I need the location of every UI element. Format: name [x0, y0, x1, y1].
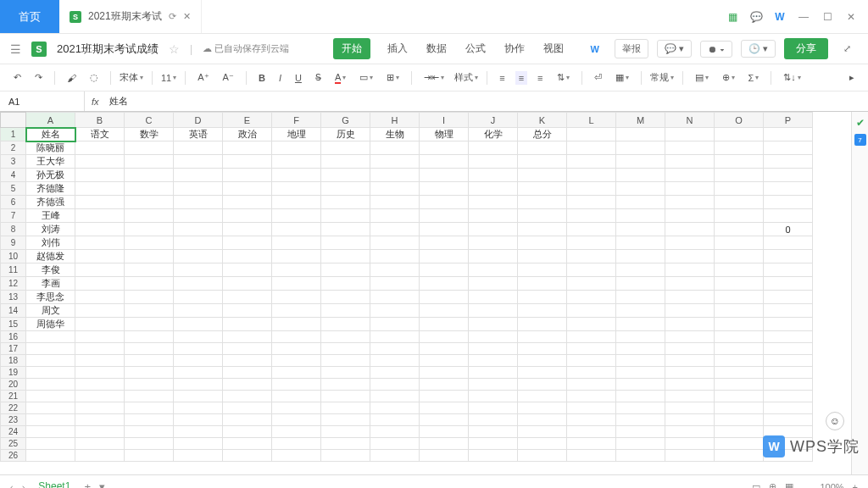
row-header-14[interactable]: 14	[1, 304, 26, 318]
merge-icon[interactable]: ⇥⇤ ▾	[420, 70, 448, 85]
cell-J18[interactable]	[469, 355, 518, 367]
cell-O8[interactable]	[715, 223, 764, 236]
cell-C13[interactable]	[125, 291, 174, 304]
cell-K16[interactable]	[518, 331, 567, 343]
link-icon[interactable]: ⊕	[769, 481, 776, 488]
cell-I21[interactable]	[420, 391, 469, 402]
row-header-5[interactable]: 5	[1, 182, 26, 196]
cell-F3[interactable]	[272, 155, 321, 169]
filter-icon[interactable]: ⇅↓ ▾	[780, 70, 804, 85]
cell-O26[interactable]	[715, 450, 764, 462]
cell-O16[interactable]	[715, 331, 764, 343]
cell-P23[interactable]	[764, 414, 813, 426]
calendar-icon[interactable]: 7	[854, 134, 866, 146]
cell-N2[interactable]	[665, 141, 715, 155]
cell-F20[interactable]	[272, 379, 321, 391]
cell-G2[interactable]	[321, 141, 370, 155]
cell-M14[interactable]	[616, 304, 665, 318]
cell-O14[interactable]	[715, 304, 764, 318]
row-header-3[interactable]: 3	[1, 155, 26, 169]
cell-O7[interactable]	[715, 209, 764, 223]
cell-N3[interactable]	[665, 155, 715, 169]
cell-K3[interactable]	[518, 155, 567, 169]
cell-O2[interactable]	[715, 141, 764, 155]
star-icon[interactable]: ☆	[169, 42, 180, 56]
row-header-13[interactable]: 13	[1, 291, 26, 304]
cell-K17[interactable]	[518, 343, 567, 355]
cell-E12[interactable]	[223, 277, 272, 291]
expand-icon[interactable]: ⤢	[837, 41, 858, 57]
cell-E25[interactable]	[223, 438, 272, 450]
cell-L5[interactable]	[567, 182, 616, 196]
cell-reference[interactable]: A1	[0, 92, 85, 111]
cell-K11[interactable]	[518, 263, 567, 277]
cell-N9[interactable]	[665, 236, 715, 250]
cell-I24[interactable]	[420, 426, 469, 438]
style-select[interactable]: 样式 ▾	[454, 71, 478, 84]
cell-P10[interactable]	[764, 250, 813, 263]
cell-I4[interactable]	[420, 169, 469, 182]
col-header-P[interactable]: P	[764, 113, 813, 128]
cell-F25[interactable]	[272, 438, 321, 450]
apps-icon[interactable]: ▦	[726, 10, 739, 24]
cell-E2[interactable]	[223, 141, 272, 155]
clear-format-icon[interactable]: ◌	[86, 70, 102, 85]
autosum-icon[interactable]: Σ ▾	[745, 71, 763, 85]
increase-font-icon[interactable]: A⁺	[194, 70, 212, 85]
cell-N16[interactable]	[665, 331, 715, 343]
cell-L1[interactable]	[567, 128, 616, 141]
cell-P12[interactable]	[764, 277, 813, 291]
cell-L15[interactable]	[567, 318, 616, 331]
history-icon[interactable]: 🕒 ▾	[741, 40, 776, 58]
cell-D15[interactable]	[174, 318, 223, 331]
cell-C12[interactable]	[125, 277, 174, 291]
cell-C6[interactable]	[125, 196, 174, 209]
cell-N22[interactable]	[665, 402, 715, 414]
cell-P19[interactable]	[764, 367, 813, 379]
cell-E9[interactable]	[223, 236, 272, 250]
cell-C22[interactable]	[125, 402, 174, 414]
cell-E17[interactable]	[223, 343, 272, 355]
cell-M11[interactable]	[616, 263, 665, 277]
cell-M25[interactable]	[616, 438, 665, 450]
cell-N10[interactable]	[665, 250, 715, 263]
cell-G12[interactable]	[321, 277, 370, 291]
wps-logo-icon[interactable]: W	[773, 10, 787, 24]
cell-M16[interactable]	[616, 331, 665, 343]
cell-I8[interactable]	[420, 223, 469, 236]
cell-K7[interactable]	[518, 209, 567, 223]
cell-M5[interactable]	[616, 182, 665, 196]
cell-H8[interactable]	[370, 223, 420, 236]
cell-C25[interactable]	[125, 438, 174, 450]
cell-A26[interactable]	[26, 450, 75, 462]
cell-E21[interactable]	[223, 391, 272, 402]
cell-H26[interactable]	[370, 450, 420, 462]
cell-F9[interactable]	[272, 236, 321, 250]
cell-P11[interactable]	[764, 263, 813, 277]
paint-format-icon[interactable]: 🖌	[64, 71, 80, 85]
cell-I1[interactable]: 物理	[420, 128, 469, 141]
cell-C5[interactable]	[125, 182, 174, 196]
col-header-C[interactable]: C	[125, 113, 174, 128]
cell-L19[interactable]	[567, 367, 616, 379]
cell-H7[interactable]	[370, 209, 420, 223]
cell-L11[interactable]	[567, 263, 616, 277]
cell-B1[interactable]: 语文	[75, 128, 125, 141]
conditional-format-icon[interactable]: ▤ ▾	[692, 70, 712, 85]
cell-D11[interactable]	[174, 263, 223, 277]
cell-L3[interactable]	[567, 155, 616, 169]
cell-K21[interactable]	[518, 391, 567, 402]
align-center-icon[interactable]: ≡	[515, 71, 527, 85]
maximize-icon[interactable]: ☐	[821, 10, 834, 24]
cell-A11[interactable]: 李俊	[26, 263, 75, 277]
side-check-icon[interactable]: ✔	[856, 117, 865, 129]
cell-H3[interactable]	[370, 155, 420, 169]
cell-O24[interactable]	[715, 426, 764, 438]
cell-H1[interactable]: 生物	[370, 128, 420, 141]
cell-H12[interactable]	[370, 277, 420, 291]
cell-O1[interactable]	[715, 128, 764, 141]
cell-E20[interactable]	[223, 379, 272, 391]
cell-H4[interactable]	[370, 169, 420, 182]
cell-F22[interactable]	[272, 402, 321, 414]
cell-G6[interactable]	[321, 196, 370, 209]
